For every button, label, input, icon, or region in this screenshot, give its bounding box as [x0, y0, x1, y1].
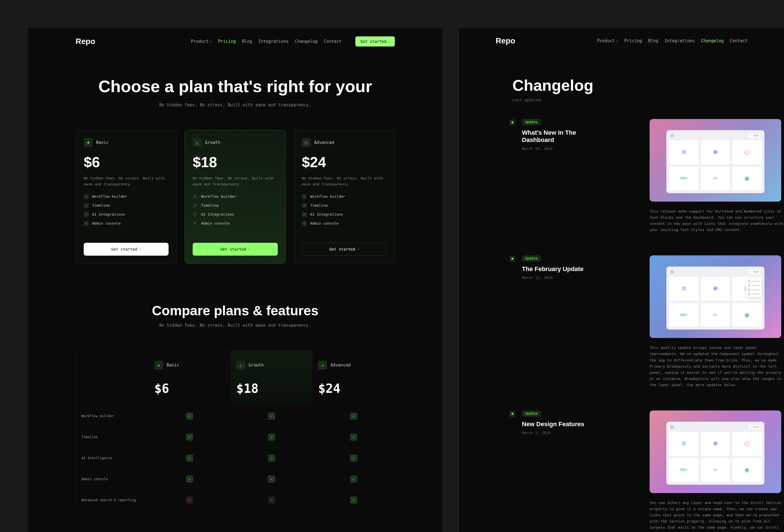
nav-product[interactable]: Product▾: [191, 39, 212, 44]
pricing-hero: Choose a plan that's right for your No h…: [28, 55, 442, 119]
nav-changelog[interactable]: Changelog: [701, 38, 724, 44]
col-basic: ★Basic $6: [149, 351, 231, 406]
check-icon: ✓: [193, 203, 198, 208]
dashboard-tile: ✲: [669, 140, 699, 164]
check-icon: ✓: [193, 221, 198, 226]
nav-changelog[interactable]: Changelog: [295, 39, 317, 44]
compare-subtitle: No hidden fees. No stress. Built with ea…: [28, 323, 442, 328]
changelog-entries: UpdateWhat's New In The DashboardMarch 1…: [459, 113, 784, 532]
check-icon: ✓: [186, 413, 193, 420]
nav-pricing[interactable]: Pricing: [218, 39, 236, 44]
check-icon: ✓: [268, 454, 275, 462]
chevron-right-icon: ›: [248, 248, 250, 251]
entry-marker-icon: [510, 119, 515, 125]
feature-item: ✓Timeline: [302, 203, 387, 208]
nav-blog[interactable]: Blog: [242, 39, 252, 44]
check-icon: ✓: [193, 194, 198, 199]
chevron-down-icon: ▾: [617, 39, 618, 43]
top-nav: Repo Product▾ Pricing Blog Integrations …: [459, 28, 784, 54]
dashboard-tile: ◉: [732, 167, 762, 191]
col-advanced: ◻Advanced $24: [312, 351, 394, 406]
plan-cta-button[interactable]: Get started›: [302, 243, 387, 256]
check-icon: ✓: [302, 194, 307, 199]
logo[interactable]: Repo: [76, 37, 95, 46]
entry-title[interactable]: What's New In The Dashboard: [522, 129, 592, 144]
check-icon: ✓: [84, 221, 89, 226]
check-icon: ✓: [268, 475, 275, 483]
plan-cta-button[interactable]: Get started›: [193, 243, 278, 256]
dashboard-tile: ✺: [701, 277, 730, 301]
chevron-right-icon: ›: [358, 248, 359, 251]
update-badge: Update: [522, 411, 541, 417]
entry-marker-icon: [510, 256, 515, 261]
nav-integrations[interactable]: Integrations: [258, 39, 288, 44]
changelog-hero: Changelog Last updated: [459, 54, 784, 113]
nav-blog[interactable]: Blog: [648, 38, 658, 44]
plan-price: $6: [84, 154, 169, 170]
plan-card-basic: ★ Basic $6 No hidden fees. No stress. Bu…: [76, 130, 177, 264]
feature-item: ✓Timeline: [84, 203, 169, 208]
context-menu: [746, 278, 762, 297]
square-icon: ◻: [318, 361, 327, 370]
table-row: Admin console✓✓✓: [76, 469, 394, 489]
check-icon: ✓: [268, 413, 275, 420]
pricing-cards: ★ Basic $6 No hidden fees. No stress. Bu…: [28, 119, 442, 275]
new-badge: NEW: [749, 270, 760, 274]
get-started-button[interactable]: Get started›: [355, 36, 395, 47]
table-row: Timeline✓✓✓: [76, 426, 394, 447]
logo[interactable]: Repo: [496, 36, 515, 45]
page-subtitle: Last updated: [512, 98, 784, 102]
entry-date: March 2, 2024: [522, 431, 592, 435]
nav-links: Product▾ Pricing Blog Integrations Chang…: [191, 39, 341, 44]
feature-item: ✓Admin console: [302, 221, 387, 226]
dashboard-tile: DEV: [669, 167, 699, 191]
entry-body-text: This quality update brings canvas and la…: [650, 345, 784, 388]
row-label: AI Intelligence: [76, 448, 149, 469]
check-icon: ✓: [84, 194, 89, 199]
menu-icon: [670, 271, 674, 273]
feature-item: ✓AI Integrations: [193, 212, 278, 217]
table-row: AI Intelligence✓✓✓: [76, 447, 394, 469]
entry-preview-image: NEW✲✺⌬DEVA+◉: [650, 119, 781, 202]
page-subtitle: No hidden fees. No stress. Built with ea…: [28, 103, 442, 108]
table-row: Advanced search & reporting✕✕✓: [76, 489, 394, 510]
feature-item: ✓Workflow builder: [193, 194, 278, 199]
plan-name: Growth: [205, 140, 220, 145]
entry-title[interactable]: New Design Features: [522, 421, 592, 428]
entry-preview-image: NEW✲✺⌬DEVA+◉: [650, 411, 781, 493]
check-icon: ✓: [302, 212, 307, 217]
check-icon: ✓: [350, 413, 357, 420]
entry-body-text: This release adds support for Bulleted a…: [650, 208, 784, 233]
plan-price: $24: [302, 154, 387, 170]
dashboard-tile: ⌬: [732, 140, 762, 164]
plan-desc: No hidden fees. No stress. Built with ea…: [302, 175, 387, 187]
feature-list: ✓Workflow builder ✓Timeline ✓AI Integrat…: [84, 194, 169, 226]
check-icon: ✓: [186, 454, 193, 462]
dashboard-tile: ⌬: [732, 432, 762, 456]
nav-pricing[interactable]: Pricing: [624, 38, 642, 44]
feature-item: ✓Timeline: [193, 203, 278, 208]
feature-item: ✓AI Integrations: [84, 212, 169, 217]
nav-integrations[interactable]: Integrations: [665, 38, 695, 44]
check-icon: ✓: [302, 221, 307, 226]
check-icon: ✓: [84, 203, 89, 208]
dashboard-tile: DEV: [669, 303, 699, 327]
feature-item: ✓Workflow builder: [84, 194, 169, 199]
changelog-entry: UpdateWhat's New In The DashboardMarch 1…: [510, 119, 784, 233]
update-badge: Update: [522, 255, 541, 261]
chevron-right-icon: ›: [139, 248, 141, 251]
plan-card-advanced: ◻ Advanced $24 No hidden fees. No stress…: [294, 130, 395, 264]
nav-product[interactable]: Product▾: [597, 38, 618, 44]
square-icon: ◻: [302, 138, 311, 147]
entry-date: March 19, 2024: [522, 146, 592, 151]
check-icon: ✓: [350, 497, 357, 504]
plan-cta-button[interactable]: Get started›: [84, 243, 169, 256]
table-header: ★Basic $6 △Growth $18 ◻Advanced $24: [76, 351, 394, 406]
nav-contact[interactable]: Contact: [730, 38, 748, 44]
nav-contact[interactable]: Contact: [324, 39, 341, 44]
entry-preview-image: NEW✲✺⌬DEVA+◉: [650, 255, 781, 338]
dashboard-tile: ✲: [669, 432, 699, 456]
dashboard-tile: ✺: [701, 140, 730, 164]
compare-section: Compare plans & features No hidden fees.…: [28, 275, 442, 339]
entry-title[interactable]: The February Update: [522, 265, 592, 273]
